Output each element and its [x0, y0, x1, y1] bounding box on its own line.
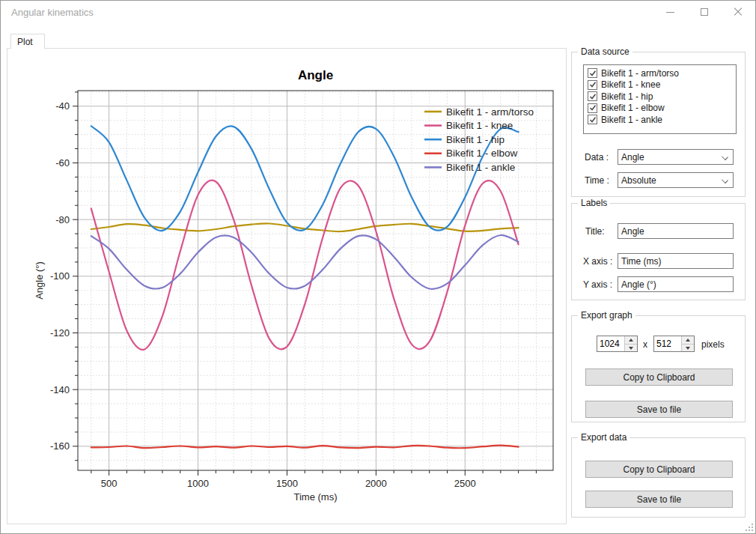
legend-label: Bikefit 1 - hip: [446, 134, 504, 145]
y-tick-label: -140: [50, 384, 70, 395]
title-field[interactable]: [618, 223, 734, 239]
series-line-elbow: [91, 446, 519, 449]
legend-label: Bikefit 1 - elbow: [446, 148, 518, 159]
y-tick-label: -40: [55, 100, 70, 112]
data-source-item-label: Bikefit 1 - ankle: [601, 115, 662, 125]
data-source-item[interactable]: Bikefit 1 - ankle: [588, 114, 736, 126]
x-tick-label: 1000: [187, 478, 209, 489]
export-graph-group-label: Export graph: [578, 310, 635, 321]
app-window: Angular kinematics Plot 5001000150020002…: [0, 0, 756, 534]
data-dropdown-value: Angle: [621, 152, 644, 163]
resize-grip[interactable]: [746, 524, 753, 531]
xaxis-field[interactable]: [618, 253, 734, 269]
title-field-label: Title:: [585, 226, 605, 237]
time-dropdown-label: Time :: [585, 175, 609, 186]
maximize-button[interactable]: [687, 1, 721, 23]
maximize-icon: [701, 8, 708, 16]
time-dropdown-value: Absolute: [621, 175, 656, 186]
stepper-down-icon[interactable]: [625, 344, 637, 352]
minimize-button[interactable]: [653, 1, 687, 23]
dimensions-times-label: x: [643, 339, 647, 350]
export-graph-copy-button[interactable]: Copy to Clipboard: [585, 368, 733, 386]
data-source-item[interactable]: Bikefit 1 - hip: [588, 91, 736, 103]
tab-plot[interactable]: Plot: [10, 34, 45, 49]
window-title: Angular kinematics: [11, 7, 94, 18]
stepper-up-icon[interactable]: [625, 336, 637, 344]
checkbox-checked-icon[interactable]: [588, 91, 597, 101]
stepper-buttons: [681, 336, 694, 351]
x-axis-label: Time (ms): [293, 491, 337, 503]
data-dropdown-label: Data :: [585, 152, 609, 163]
checkbox-checked-icon[interactable]: [588, 68, 597, 78]
titlebar: Angular kinematics: [1, 1, 755, 23]
legend-label: Bikefit 1 - ankle: [446, 162, 515, 173]
data-source-listbox[interactable]: Bikefit 1 - arm/torsoBikefit 1 - kneeBik…: [583, 64, 737, 134]
chevron-down-icon: [722, 154, 728, 160]
stepper-up-icon[interactable]: [682, 336, 694, 344]
data-source-group: Data source Bikefit 1 - arm/torsoBikefit…: [571, 52, 746, 197]
checkbox-checked-icon[interactable]: [588, 80, 597, 90]
checkbox-checked-icon[interactable]: [588, 103, 597, 113]
y-tick-label: -100: [50, 270, 70, 282]
legend-label: Bikefit 1 - knee: [446, 120, 513, 131]
pixels-label: pixels: [701, 339, 725, 350]
yaxis-field-label: Y axis :: [583, 279, 612, 290]
export-width-input[interactable]: [597, 336, 624, 351]
yaxis-field[interactable]: [618, 276, 734, 292]
export-data-save-button[interactable]: Save to file: [585, 491, 733, 508]
data-source-item-label: Bikefit 1 - elbow: [601, 103, 665, 113]
x-tick-label: 2000: [365, 478, 387, 489]
close-button[interactable]: [721, 1, 755, 23]
stepper-down-icon[interactable]: [682, 344, 694, 352]
chevron-down-icon: [722, 177, 728, 183]
xaxis-field-label: X axis :: [583, 256, 612, 267]
data-source-item[interactable]: Bikefit 1 - arm/torso: [588, 67, 736, 79]
checkbox-checked-icon[interactable]: [588, 115, 597, 124]
minimize-icon: [666, 12, 674, 13]
export-height-input[interactable]: [654, 336, 681, 351]
export-graph-save-button[interactable]: Save to file: [585, 401, 733, 418]
y-tick-label: -60: [55, 157, 70, 169]
chart-title: Angle: [298, 68, 333, 82]
x-tick-label: 2500: [454, 478, 476, 489]
data-dropdown[interactable]: Angle: [618, 149, 734, 165]
y-tick-label: -80: [55, 214, 70, 225]
y-tick-label: -160: [50, 440, 70, 452]
legend-label: Bikefit 1 - arm/torso: [446, 106, 534, 118]
export-data-copy-button[interactable]: Copy to Clipboard: [585, 461, 733, 478]
labels-group: Labels Title: X axis : Y axis :: [571, 203, 746, 300]
data-source-item-label: Bikefit 1 - arm/torso: [601, 68, 679, 79]
data-source-item-label: Bikefit 1 - knee: [601, 79, 660, 90]
export-graph-group: Export graph x pixels Copy to Clipboard …: [571, 315, 746, 422]
export-data-group: Export data Copy to Clipboard Save to fi…: [571, 437, 746, 518]
stepper-buttons: [624, 336, 637, 351]
y-axis-label: Angle (°): [34, 261, 45, 300]
labels-group-label: Labels: [578, 198, 610, 208]
export-height-stepper[interactable]: [653, 336, 695, 352]
export-data-group-label: Export data: [578, 432, 630, 443]
data-source-item[interactable]: Bikefit 1 - elbow: [588, 103, 736, 115]
x-tick-label: 500: [101, 478, 118, 489]
export-width-stepper[interactable]: [597, 336, 638, 352]
data-source-group-label: Data source: [578, 46, 632, 57]
close-icon: [734, 7, 743, 16]
x-tick-label: 1500: [276, 478, 298, 489]
time-dropdown[interactable]: Absolute: [618, 172, 734, 188]
angle-chart: 5001000150020002500-160-140-120-100-80-6…: [8, 49, 565, 524]
y-tick-label: -120: [50, 327, 70, 339]
data-source-item-label: Bikefit 1 - hip: [601, 91, 653, 102]
data-source-item[interactable]: Bikefit 1 - knee: [588, 79, 736, 91]
